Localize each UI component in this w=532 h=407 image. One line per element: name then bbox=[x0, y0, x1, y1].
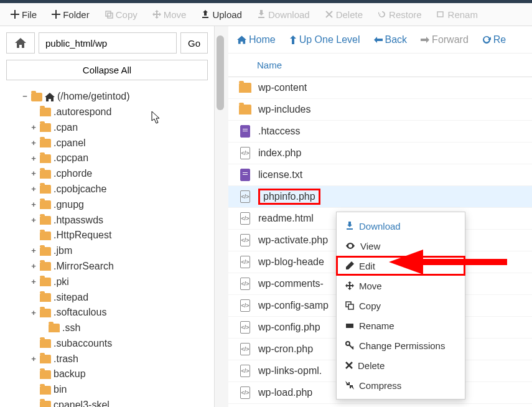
ctx-edit[interactable]: Edit bbox=[336, 256, 465, 276]
folder-tree: −(/home/getintod) .autorespond+.cpan+.cp… bbox=[0, 87, 214, 407]
folder-icon bbox=[40, 370, 51, 379]
go-button[interactable]: Go bbox=[180, 32, 208, 54]
move-icon bbox=[152, 10, 161, 19]
svg-rect-5 bbox=[346, 324, 353, 328]
file-row[interactable]: </>index.php bbox=[228, 143, 532, 164]
copy-icon bbox=[105, 10, 113, 19]
restore-label: Restore bbox=[389, 9, 422, 20]
collapse-all-button[interactable]: Collapse All bbox=[6, 60, 208, 80]
home-button[interactable] bbox=[6, 32, 35, 54]
ctx-compress[interactable]: Compress bbox=[337, 375, 465, 395]
code-file-icon: </> bbox=[240, 278, 250, 290]
nav-home[interactable]: Home bbox=[237, 34, 276, 45]
folder-icon bbox=[239, 83, 251, 93]
folder-icon bbox=[40, 139, 51, 147]
file-button[interactable]: File bbox=[3, 6, 44, 24]
tree-item[interactable]: .subaccounts bbox=[30, 336, 208, 352]
file-name: wp-config.php bbox=[258, 322, 320, 333]
plus-icon bbox=[52, 10, 60, 19]
ctx-download[interactable]: Download bbox=[337, 216, 465, 236]
tree-item[interactable]: +.gnupg bbox=[30, 197, 208, 213]
download-button[interactable]: Download bbox=[250, 6, 317, 24]
folder-icon bbox=[40, 278, 51, 286]
move-icon bbox=[345, 281, 354, 290]
column-header-name[interactable]: Name bbox=[228, 54, 532, 77]
tree-item-label: .subaccounts bbox=[54, 336, 112, 352]
file-row[interactable]: </>phpinfo.php bbox=[228, 186, 532, 208]
file-name: wp-content bbox=[258, 82, 307, 93]
ctx-permissions[interactable]: Change Permissions bbox=[337, 335, 465, 355]
delete-icon bbox=[345, 362, 353, 369]
svg-rect-1 bbox=[108, 13, 113, 18]
file-row[interactable]: .htaccess bbox=[228, 121, 532, 143]
file-name: index.php bbox=[258, 147, 301, 159]
ctx-view[interactable]: View bbox=[337, 236, 465, 256]
folder-icon bbox=[40, 123, 51, 132]
tree-item[interactable]: +.cpcpan bbox=[30, 151, 208, 166]
restore-icon bbox=[378, 10, 386, 19]
tree-root[interactable]: −(/home/getintod) bbox=[21, 89, 208, 105]
path-bar: Go bbox=[0, 26, 214, 60]
file-name: wp-cron.php bbox=[258, 344, 313, 355]
file-name: phpinfo.php bbox=[258, 189, 320, 205]
context-menu: Download View Edit Move Copy Rename Chan… bbox=[336, 212, 465, 400]
copy-icon bbox=[345, 301, 354, 310]
tree-item[interactable]: +.htpasswds bbox=[30, 213, 208, 228]
ctx-copy[interactable]: Copy bbox=[337, 296, 465, 316]
ctx-move[interactable]: Move bbox=[337, 276, 465, 296]
tree-item[interactable]: +.softaculous bbox=[30, 305, 208, 320]
svg-rect-0 bbox=[106, 11, 111, 16]
folder-button[interactable]: Folder bbox=[44, 6, 97, 24]
tree-item[interactable]: +.trash bbox=[30, 352, 208, 367]
ctx-rename[interactable]: Rename bbox=[337, 316, 465, 335]
scrollbar[interactable] bbox=[215, 26, 228, 407]
compress-icon bbox=[345, 381, 354, 390]
tree-item[interactable]: +.cpobjcache bbox=[30, 182, 208, 197]
file-icon bbox=[240, 125, 250, 138]
tree-item[interactable]: .autorespond bbox=[30, 105, 208, 120]
download-icon bbox=[345, 222, 354, 230]
file-row[interactable]: wp-content bbox=[228, 77, 532, 99]
tree-item-label: .cpcpan bbox=[54, 151, 88, 166]
tree-item[interactable]: +.pki bbox=[30, 274, 208, 290]
scrollbar-thumb[interactable] bbox=[217, 35, 224, 110]
file-row[interactable]: license.txt bbox=[228, 164, 532, 186]
tree-item[interactable]: +.cphorde bbox=[30, 166, 208, 182]
code-file-icon: </> bbox=[240, 343, 250, 355]
tree-item[interactable]: +.cpan bbox=[30, 120, 208, 136]
file-row[interactable]: wp-includes bbox=[228, 99, 532, 121]
tree-item-label: .jbm bbox=[54, 243, 72, 259]
breadcrumb-nav: Home Up One Level Back Forward Re bbox=[228, 26, 532, 54]
copy-button[interactable]: Copy bbox=[97, 6, 145, 24]
restore-button[interactable]: Restore bbox=[370, 6, 429, 24]
tree-item[interactable]: bin bbox=[30, 382, 208, 398]
tree-item[interactable]: .ssh bbox=[39, 320, 208, 336]
delete-button[interactable]: Delete bbox=[317, 6, 370, 24]
rename-button[interactable]: Renam bbox=[429, 6, 485, 24]
tree-item[interactable]: +.cpanel bbox=[30, 136, 208, 151]
tree-item[interactable]: .sitepad bbox=[30, 290, 208, 306]
tree-item[interactable]: .HttpRequest bbox=[30, 228, 208, 243]
path-input[interactable] bbox=[39, 32, 177, 54]
code-file-icon: </> bbox=[240, 386, 250, 399]
file-name: readme.html bbox=[258, 213, 314, 224]
file-name: license.txt bbox=[258, 169, 302, 180]
nav-reload[interactable]: Re bbox=[482, 34, 506, 45]
eye-icon bbox=[345, 243, 355, 249]
move-button[interactable]: Move bbox=[145, 6, 194, 24]
upload-button[interactable]: Upload bbox=[194, 6, 250, 24]
delete-label: Delete bbox=[336, 9, 363, 20]
tree-item[interactable]: +.MirrorSearch bbox=[30, 259, 208, 274]
tree-item[interactable]: backup bbox=[30, 367, 208, 382]
tree-item-label: .trash bbox=[54, 352, 78, 367]
folder-icon bbox=[49, 324, 60, 332]
tree-item-label: .MirrorSearch bbox=[54, 259, 114, 274]
folder-icon bbox=[40, 293, 51, 302]
nav-back[interactable]: Back bbox=[374, 34, 408, 45]
file-name: wp-config-samp bbox=[258, 300, 329, 311]
nav-forward[interactable]: Forward bbox=[421, 34, 469, 45]
tree-item[interactable]: cpanel3-skel bbox=[30, 398, 208, 407]
nav-up[interactable]: Up One Level bbox=[289, 34, 360, 45]
tree-item[interactable]: +.jbm bbox=[30, 243, 208, 259]
ctx-delete[interactable]: Delete bbox=[337, 355, 465, 375]
